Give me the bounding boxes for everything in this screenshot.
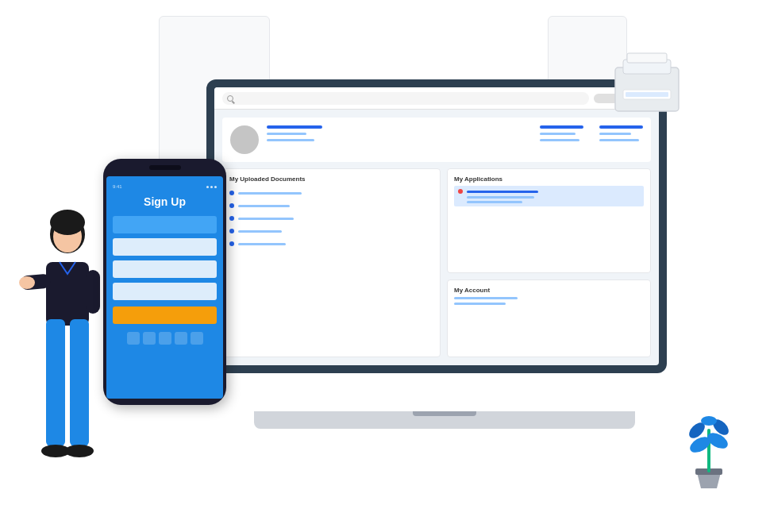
doc-bullet-3: [229, 216, 234, 221]
account-title: My Account: [454, 287, 644, 294]
applications-panel: My Applications: [447, 168, 651, 273]
phone-bottom-icon-5: [191, 332, 203, 345]
svg-rect-7: [46, 319, 65, 407]
phone: 9:41 Sign Up: [103, 159, 226, 405]
profile-right-line-2: [540, 133, 576, 135]
doc-line-4: [238, 230, 282, 233]
profile-name-line: [267, 125, 322, 129]
phone-signal-dots: [206, 186, 217, 188]
phone-bottom-icon-3: [159, 332, 171, 345]
doc-line-1: [238, 192, 302, 195]
svg-rect-10: [70, 399, 89, 446]
webpage-content: My Uploaded Documents: [214, 110, 659, 365]
account-line-1: [454, 297, 518, 299]
app-line-dark-1: [467, 191, 538, 193]
app-item-row-1: [458, 189, 640, 194]
profile-sub-line: [267, 133, 306, 135]
doc-bullet-1: [229, 191, 234, 195]
phone-submit-button[interactable]: [113, 306, 217, 324]
profile-sub-line-2: [267, 139, 314, 141]
app-item-1: [454, 186, 644, 206]
signal-dot-1: [206, 186, 209, 188]
phone-body: 9:41 Sign Up: [103, 159, 226, 405]
avatar: [230, 125, 259, 154]
plant-decoration: [681, 397, 737, 492]
phone-input-active[interactable]: [113, 216, 217, 233]
phone-input-3[interactable]: [113, 283, 217, 300]
svg-rect-15: [627, 53, 667, 63]
signal-dot-2: [210, 186, 213, 188]
account-panel: My Account: [447, 279, 651, 357]
right-panels: My Applications: [447, 168, 651, 357]
profile-section: [222, 118, 651, 162]
profile-right-cols: [540, 125, 643, 141]
doc-item-3: [229, 216, 433, 221]
profile-right-col2-line-2: [599, 133, 631, 135]
browser-bar: [214, 87, 659, 110]
app-line-light-2: [467, 201, 522, 203]
profile-right-line-1: [540, 125, 583, 129]
laptop: My Uploaded Documents: [206, 79, 683, 429]
app-status-dot: [458, 189, 463, 194]
browser-search-bar[interactable]: [222, 92, 589, 105]
doc-bullet-2: [229, 203, 234, 208]
doc-item-2: [229, 203, 433, 208]
signup-title: Sign Up: [144, 195, 186, 208]
doc-line-5: [238, 243, 286, 245]
scene: My Uploaded Documents: [0, 0, 770, 532]
laptop-screen-inner: My Uploaded Documents: [214, 87, 659, 365]
profile-info-lines: [267, 125, 532, 141]
svg-point-24: [701, 416, 717, 426]
phone-bottom-icons: [127, 332, 203, 345]
uploaded-documents-panel: My Uploaded Documents: [222, 168, 441, 357]
doc-item-1: [229, 191, 433, 195]
svg-rect-3: [46, 262, 89, 326]
phone-input-1[interactable]: [113, 238, 217, 256]
profile-right-line-3: [540, 139, 579, 141]
phone-bottom-icon-4: [175, 332, 187, 345]
doc-line-3: [238, 218, 294, 220]
doc-line-2: [238, 205, 290, 207]
printer-device: [603, 44, 691, 123]
phone-bottom-icon-2: [143, 332, 156, 345]
svg-point-2: [50, 210, 85, 235]
panels-row: My Uploaded Documents: [222, 168, 651, 357]
phone-screen: 9:41 Sign Up: [106, 176, 223, 399]
account-lines: [454, 297, 644, 305]
applications-title: My Applications: [454, 175, 644, 183]
phone-time: 9:41: [113, 184, 122, 189]
svg-rect-17: [626, 92, 668, 97]
profile-col-2: [599, 125, 643, 141]
profile-col-1: [540, 125, 583, 141]
signal-dot-3: [214, 186, 217, 188]
doc-bullet-5: [229, 241, 234, 246]
phone-input-2[interactable]: [113, 260, 217, 278]
doc-item-4: [229, 229, 433, 233]
laptop-base: [254, 411, 635, 429]
svg-rect-8: [70, 319, 89, 407]
svg-point-6: [19, 276, 35, 289]
account-line-2: [454, 303, 506, 305]
app-line-light-1: [467, 196, 534, 199]
profile-right-col2-line-3: [599, 139, 639, 141]
phone-bottom-icon-1: [127, 332, 140, 345]
doc-item-5: [229, 241, 433, 246]
phone-topbar: 9:41: [113, 184, 217, 189]
svg-rect-9: [46, 399, 65, 446]
search-icon: [227, 95, 233, 102]
svg-point-12: [65, 445, 94, 457]
profile-right-col2-line-1: [599, 125, 643, 129]
doc-bullet-4: [229, 229, 234, 233]
svg-rect-5: [86, 270, 100, 314]
phone-notch: [149, 165, 181, 170]
uploaded-documents-title: My Uploaded Documents: [229, 175, 433, 183]
laptop-screen-outer: My Uploaded Documents: [206, 79, 667, 373]
